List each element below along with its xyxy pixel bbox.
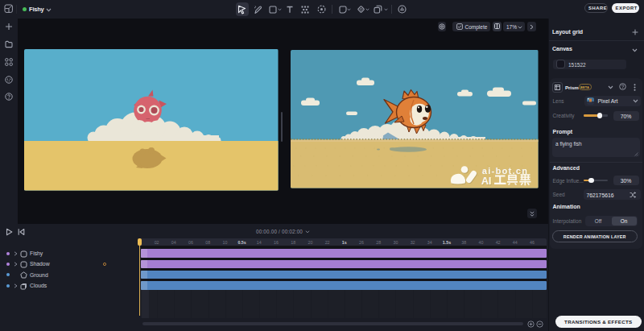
svg-text:AI: AI <box>481 176 492 187</box>
svg-text:ai-bot.cn: ai-bot.cn <box>482 166 529 176</box>
